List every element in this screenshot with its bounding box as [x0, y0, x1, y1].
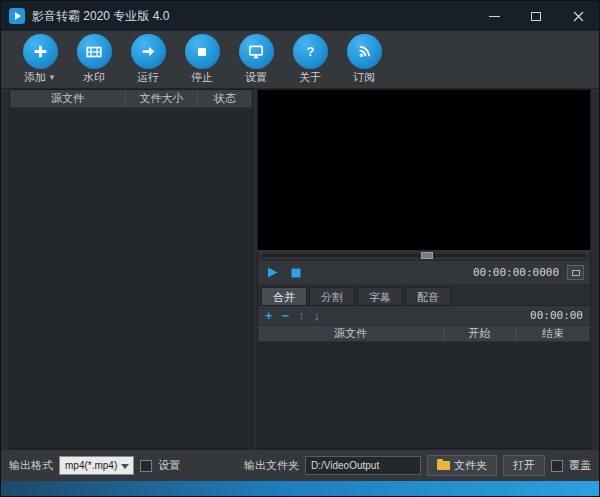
status-strip — [1, 481, 599, 496]
toolbar-watermark-label: 水印 — [83, 70, 105, 85]
stop-icon — [290, 267, 302, 279]
clip-total-time: 00:00:00 — [530, 309, 583, 322]
snapshot-button[interactable] — [567, 265, 584, 280]
editor-tabs: 合并 分割 字幕 配音 — [258, 284, 590, 305]
toolbar-add-label: 添加 — [24, 70, 46, 85]
main-toolbar: 添加 ▼ 水印 运行 — [1, 31, 599, 89]
svg-text:?: ? — [306, 44, 314, 59]
clip-column-source[interactable]: 源文件 — [258, 326, 444, 341]
column-status[interactable]: 状态 — [198, 90, 252, 107]
tab-dub[interactable]: 配音 — [405, 287, 451, 305]
column-file-size[interactable]: 文件大小 — [126, 90, 198, 107]
app-window: 影音转霸 2020 专业版 4.0 添加 — [0, 0, 600, 497]
clip-add-icon[interactable]: + — [265, 309, 273, 322]
stop-square-icon — [194, 44, 210, 60]
maximize-icon — [531, 12, 541, 21]
output-format-label: 输出格式 — [9, 458, 53, 473]
clip-move-down-icon[interactable]: ↓ — [314, 309, 321, 322]
output-folder-label: 输出文件夹 — [244, 458, 299, 473]
seek-slider[interactable] — [262, 254, 586, 257]
toolbar-settings-label: 设置 — [245, 70, 267, 85]
toolbar-settings-button[interactable]: 设置 — [229, 34, 283, 85]
folder-icon — [437, 461, 450, 470]
toolbar-subscribe-button[interactable]: 订阅 — [337, 34, 391, 85]
about-question-icon: ? — [302, 43, 319, 60]
play-icon — [266, 266, 279, 279]
window-controls — [473, 1, 599, 31]
app-icon — [9, 8, 25, 24]
clip-column-end[interactable]: 结束 — [516, 326, 590, 341]
source-list-body[interactable] — [10, 108, 252, 448]
video-preview[interactable] — [258, 90, 590, 250]
seek-row — [258, 250, 590, 260]
toolbar-run-label: 运行 — [137, 70, 159, 85]
window-title: 影音转霸 2020 专业版 4.0 — [32, 8, 169, 25]
clip-column-start[interactable]: 开始 — [444, 326, 516, 341]
minimize-icon — [489, 16, 500, 17]
toolbar-subscribe-label: 订阅 — [353, 70, 375, 85]
clip-list-header: 源文件 开始 结束 — [258, 325, 590, 342]
open-folder-button[interactable]: 打开 — [503, 455, 545, 476]
source-file-panel: 源文件 文件大小 状态 — [9, 89, 253, 449]
toolbar-stop-label: 停止 — [191, 70, 213, 85]
playback-controls: 00:00:00:0000 — [258, 260, 590, 284]
column-source-file[interactable]: 源文件 — [10, 90, 126, 107]
clip-list-body[interactable] — [258, 342, 590, 448]
add-plus-icon — [32, 43, 49, 60]
toolbar-about-button[interactable]: ? 关于 — [283, 34, 337, 85]
close-button[interactable] — [557, 1, 599, 31]
overwrite-checkbox[interactable] — [551, 460, 563, 472]
subscribe-rss-icon — [356, 43, 373, 60]
main-area: 源文件 文件大小 状态 — [9, 89, 591, 449]
toolbar-stop-button[interactable]: 停止 — [175, 34, 229, 85]
stop-playback-button[interactable] — [288, 265, 304, 281]
watermark-film-icon — [85, 43, 103, 61]
overwrite-label: 覆盖 — [569, 458, 591, 473]
seek-handle[interactable] — [421, 252, 433, 259]
output-format-select[interactable]: mp4(*.mp4) — [59, 456, 134, 475]
add-dropdown-caret-icon: ▼ — [48, 73, 56, 82]
open-folder-label: 打开 — [513, 458, 535, 473]
tab-subtitle[interactable]: 字幕 — [357, 287, 403, 305]
run-arrow-icon — [140, 43, 157, 60]
preview-panel: 00:00:00:0000 合并 分割 字幕 配音 + − ↑ ↓ 00:00:… — [257, 89, 591, 449]
titlebar: 影音转霸 2020 专业版 4.0 — [1, 1, 599, 31]
clip-remove-icon[interactable]: − — [282, 309, 290, 322]
tab-merge[interactable]: 合并 — [261, 287, 307, 305]
toolbar-add-button[interactable]: 添加 ▼ — [13, 34, 67, 85]
settings-monitor-icon — [247, 43, 265, 61]
play-button[interactable] — [264, 265, 280, 281]
format-settings-icon[interactable] — [140, 460, 152, 472]
minimize-button[interactable] — [473, 1, 515, 31]
toolbar-watermark-button[interactable]: 水印 — [67, 34, 121, 85]
toolbar-about-label: 关于 — [299, 70, 321, 85]
output-folder-input[interactable]: D:/VideoOutput — [305, 456, 421, 475]
choose-folder-button[interactable]: 文件夹 — [427, 455, 497, 476]
toolbar-run-button[interactable]: 运行 — [121, 34, 175, 85]
clip-move-up-icon[interactable]: ↑ — [298, 309, 305, 322]
bottom-bar: 输出格式 mp4(*.mp4) 设置 输出文件夹 D:/VideoOutput … — [1, 449, 599, 481]
choose-folder-label: 文件夹 — [454, 458, 487, 473]
clip-toolbar: + − ↑ ↓ 00:00:00 — [258, 305, 590, 325]
snapshot-icon — [572, 270, 580, 276]
preview-time: 00:00:00:0000 — [473, 266, 559, 279]
format-settings-label[interactable]: 设置 — [158, 458, 180, 473]
maximize-button[interactable] — [515, 1, 557, 31]
source-list-header: 源文件 文件大小 状态 — [10, 90, 252, 108]
close-icon — [573, 11, 584, 22]
tab-split[interactable]: 分割 — [309, 287, 355, 305]
